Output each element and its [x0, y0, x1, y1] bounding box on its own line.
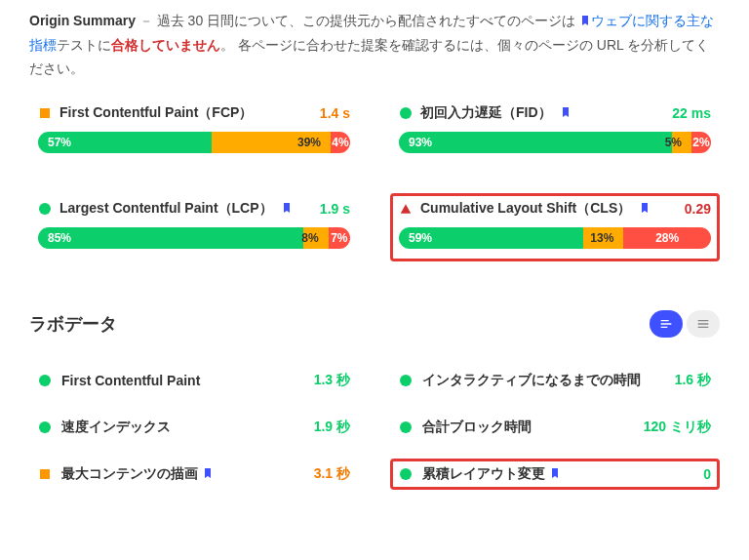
- lab-metric-name: 合計ブロック時間: [422, 419, 634, 436]
- lab-metric-name: 速度インデックス: [61, 419, 304, 436]
- lab-metric-value: 3.1 秒: [314, 465, 350, 483]
- field-metrics-grid: First Contentful Paint（FCP） 1.4 s 57% 39…: [29, 98, 720, 261]
- lab-metric-name: 最大コンテンツの描画: [61, 465, 304, 483]
- circle-green-icon: [38, 374, 52, 387]
- metric-card: First Contentful Paint（FCP） 1.4 s 57% 39…: [29, 98, 359, 166]
- lab-metric-value: 120 ミリ秒: [644, 419, 711, 436]
- metric-value: 22 ms: [672, 105, 711, 121]
- metric-card: Largest Contentful Paint（LCP） 1.9 s 85% …: [29, 193, 359, 261]
- view-toggle: [650, 310, 720, 338]
- bookmark-icon: [549, 466, 561, 482]
- lab-metric-row: 最大コンテンツの描画 3.1 秒: [29, 459, 359, 490]
- circle-green-icon: [399, 106, 413, 120]
- lab-section-title: ラボデータ: [29, 312, 117, 336]
- square-orange-icon: [38, 467, 52, 481]
- view-toggle-list-button[interactable]: [650, 310, 683, 338]
- bar-needs-improvement: 39%: [212, 132, 331, 153]
- metric-header: First Contentful Paint（FCP） 1.4 s: [38, 104, 350, 122]
- lab-col-right: インタラクティブになるまでの時間 1.6 秒 合計ブロック時間 120 ミリ秒 …: [390, 365, 720, 490]
- bar-good: 85%: [38, 227, 303, 249]
- bar-poor: 7%: [329, 227, 350, 249]
- bar-poor: 4%: [331, 132, 350, 153]
- distribution-bar: 85% 8% 7%: [38, 227, 350, 249]
- lab-metric-name: First Contentful Paint: [61, 373, 304, 388]
- bar-good: 93%: [399, 132, 672, 153]
- distribution-bar: 93% 5% 2%: [399, 132, 711, 153]
- metric-header: 初回入力遅延（FID） 22 ms: [399, 104, 711, 122]
- lab-metric-value: 1.3 秒: [314, 372, 350, 389]
- lab-section-header: ラボデータ: [29, 310, 720, 338]
- bar-needs-improvement: 13%: [583, 227, 624, 249]
- lab-metric-value: 0: [703, 466, 711, 482]
- metric-value: 1.4 s: [320, 105, 350, 121]
- bookmark-icon: [560, 105, 572, 121]
- bar-poor: 2%: [691, 132, 711, 153]
- distribution-bar: 59% 13% 28%: [399, 227, 711, 249]
- origin-summary: Origin Summary － 過去 30 日間について、この提供元から配信さ…: [29, 10, 720, 80]
- bar-needs-improvement: 8%: [303, 227, 329, 249]
- lab-metric-row: インタラクティブになるまでの時間 1.6 秒: [390, 365, 720, 396]
- circle-green-icon: [38, 420, 52, 434]
- fail-status: 合格していません: [111, 37, 220, 53]
- lab-metric-row: 累積レイアウト変更 0: [390, 459, 720, 490]
- metric-card: 初回入力遅延（FID） 22 ms 93% 5% 2%: [390, 98, 720, 166]
- metric-name: First Contentful Paint（FCP）: [59, 104, 253, 122]
- circle-green-icon: [399, 374, 413, 387]
- lab-metric-name: インタラクティブになるまでの時間: [422, 372, 665, 389]
- summary-text-2: テストに: [57, 37, 111, 53]
- bar-needs-improvement: 5%: [672, 132, 691, 153]
- view-toggle-grid-button[interactable]: [687, 310, 720, 338]
- lab-metric-value: 1.9 秒: [314, 419, 350, 436]
- circle-green-icon: [38, 202, 52, 216]
- bar-good: 57%: [38, 132, 212, 153]
- metric-name: Largest Contentful Paint（LCP）: [59, 200, 273, 218]
- metric-card: Cumulative Layout Shift（CLS） 0.29 59% 13…: [390, 193, 720, 261]
- list-icon: [658, 316, 674, 332]
- triangle-red-icon: [399, 202, 413, 216]
- square-orange-icon: [38, 106, 52, 120]
- lab-metric-row: First Contentful Paint 1.3 秒: [29, 365, 359, 396]
- bookmark-icon: [281, 201, 293, 217]
- distribution-bar: 57% 39% 4%: [38, 132, 350, 153]
- metric-header: Cumulative Layout Shift（CLS） 0.29: [399, 200, 711, 218]
- dash: －: [139, 13, 153, 28]
- lab-metric-name: 累積レイアウト変更: [422, 465, 693, 483]
- lines-icon: [695, 316, 711, 332]
- metric-value: 0.29: [685, 201, 711, 217]
- bookmark-icon: [579, 11, 591, 34]
- summary-text-1: 過去 30 日間について、この提供元から配信されたすべてのページは: [157, 13, 575, 28]
- lab-metric-row: 合計ブロック時間 120 ミリ秒: [390, 412, 720, 443]
- bookmark-icon: [639, 201, 650, 217]
- summary-title: Origin Summary: [29, 13, 136, 28]
- bar-poor: 28%: [623, 227, 711, 249]
- bookmark-icon: [202, 466, 214, 482]
- bar-good: 59%: [399, 227, 583, 249]
- lab-metric-value: 1.6 秒: [675, 372, 711, 389]
- metric-value: 1.9 s: [320, 201, 350, 217]
- lab-metrics-grid: First Contentful Paint 1.3 秒 速度インデックス 1.…: [29, 365, 720, 490]
- circle-green-icon: [399, 467, 413, 481]
- metric-name: Cumulative Layout Shift（CLS）: [420, 200, 631, 218]
- metric-header: Largest Contentful Paint（LCP） 1.9 s: [38, 200, 350, 218]
- lab-metric-row: 速度インデックス 1.9 秒: [29, 412, 359, 443]
- circle-green-icon: [399, 420, 413, 434]
- lab-col-left: First Contentful Paint 1.3 秒 速度インデックス 1.…: [29, 365, 359, 490]
- metric-name: 初回入力遅延（FID）: [420, 104, 552, 122]
